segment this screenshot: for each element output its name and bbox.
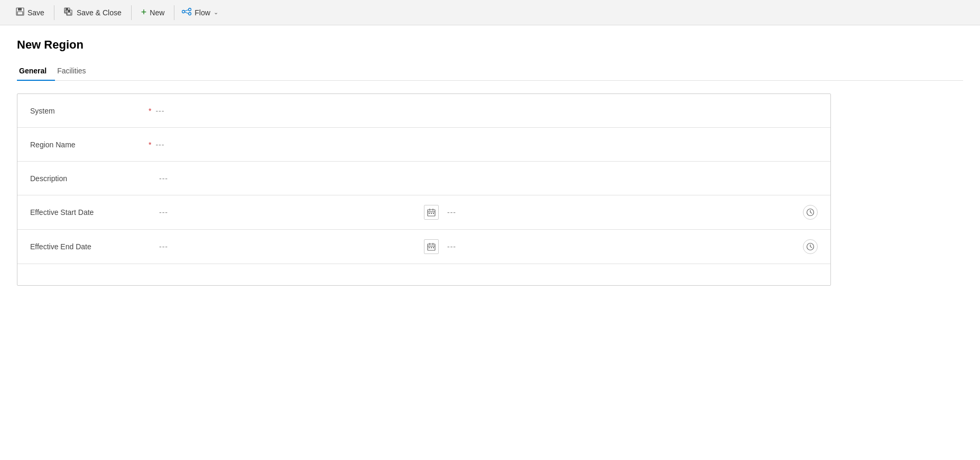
save-button[interactable]: Save bbox=[6, 0, 54, 25]
system-required: * bbox=[149, 107, 151, 115]
svg-point-10 bbox=[189, 8, 191, 11]
description-label: Description bbox=[30, 174, 146, 183]
svg-point-11 bbox=[189, 13, 191, 15]
effective-end-date-right: --- bbox=[424, 239, 818, 254]
page-title: New Region bbox=[17, 38, 963, 52]
effective-end-date-label: Effective End Date bbox=[30, 242, 146, 251]
effective-start-date-right: --- bbox=[424, 205, 818, 220]
tab-facilities[interactable]: Facilities bbox=[55, 62, 94, 80]
effective-end-date-value[interactable]: --- bbox=[159, 242, 424, 251]
save-label: Save bbox=[27, 8, 44, 17]
effective-start-time-clock-icon[interactable] bbox=[803, 205, 818, 220]
flow-label: Flow bbox=[195, 8, 210, 17]
svg-line-13 bbox=[185, 12, 189, 14]
region-name-label: Region Name bbox=[30, 140, 146, 149]
effective-start-date-label: Effective Start Date bbox=[30, 208, 146, 217]
save-close-label: Save & Close bbox=[77, 8, 122, 17]
save-close-button[interactable]: Save & Close bbox=[54, 0, 131, 25]
svg-line-23 bbox=[810, 212, 812, 213]
svg-line-33 bbox=[810, 247, 812, 248]
flow-icon bbox=[182, 7, 191, 17]
save-icon bbox=[16, 7, 24, 18]
effective-start-date-value[interactable]: --- bbox=[159, 208, 424, 217]
toolbar: Save Save & Close + New bbox=[0, 0, 980, 25]
effective-end-date-left: Effective End Date --- bbox=[30, 242, 424, 251]
effective-start-date-calendar-icon[interactable] bbox=[424, 205, 439, 220]
flow-button[interactable]: Flow ⌄ bbox=[174, 0, 226, 25]
effective-end-date-calendar-icon[interactable] bbox=[424, 239, 439, 254]
svg-line-12 bbox=[185, 10, 189, 12]
effective-start-date-row: Effective Start Date --- --- bbox=[17, 195, 830, 230]
tabs-container: General Facilities bbox=[17, 62, 963, 81]
svg-rect-2 bbox=[17, 12, 23, 15]
description-value[interactable]: --- bbox=[159, 174, 818, 183]
svg-rect-4 bbox=[66, 8, 68, 10]
empty-bottom-row bbox=[17, 264, 830, 285]
svg-rect-28 bbox=[429, 247, 430, 248]
svg-point-9 bbox=[182, 11, 185, 13]
svg-rect-7 bbox=[68, 10, 70, 12]
page-content: New Region General Facilities System * -… bbox=[0, 25, 980, 298]
effective-start-time-value[interactable]: --- bbox=[447, 208, 799, 217]
svg-rect-19 bbox=[431, 213, 432, 214]
svg-rect-20 bbox=[433, 213, 434, 214]
svg-rect-1 bbox=[18, 8, 22, 11]
effective-end-time-clock-icon[interactable] bbox=[803, 239, 818, 254]
system-value[interactable]: --- bbox=[155, 107, 818, 115]
svg-rect-29 bbox=[431, 247, 432, 248]
new-label: New bbox=[150, 8, 164, 17]
system-field-row: System * --- bbox=[17, 94, 830, 128]
description-field-row: Description --- bbox=[17, 162, 830, 195]
effective-end-time-value[interactable]: --- bbox=[447, 242, 799, 251]
form-container: System * --- Region Name * --- Descripti… bbox=[17, 93, 831, 286]
region-name-field-row: Region Name * --- bbox=[17, 128, 830, 162]
new-button[interactable]: + New bbox=[132, 0, 174, 25]
effective-start-date-left: Effective Start Date --- bbox=[30, 208, 424, 217]
region-name-required: * bbox=[149, 140, 151, 149]
new-icon: + bbox=[141, 7, 147, 18]
svg-rect-30 bbox=[433, 247, 434, 248]
svg-rect-18 bbox=[429, 213, 430, 214]
effective-end-date-row: Effective End Date --- --- bbox=[17, 230, 830, 264]
system-label: System bbox=[30, 107, 146, 115]
region-name-value[interactable]: --- bbox=[155, 140, 818, 149]
flow-chevron-icon: ⌄ bbox=[214, 9, 218, 16]
save-close-icon bbox=[64, 7, 73, 18]
tab-general[interactable]: General bbox=[17, 62, 55, 80]
